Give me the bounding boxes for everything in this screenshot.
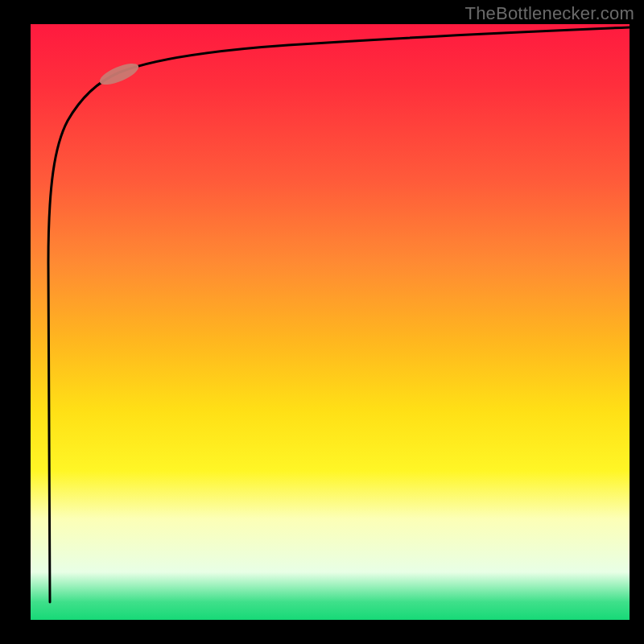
curve-marker <box>97 60 142 89</box>
marker-icon <box>97 60 142 89</box>
chart-stage: TheBottlenecker.com <box>0 0 644 644</box>
watermark-text: TheBottlenecker.com <box>465 3 634 24</box>
plot-area <box>31 24 630 620</box>
bottleneck-curve <box>48 27 630 602</box>
curve-layer <box>31 24 630 620</box>
